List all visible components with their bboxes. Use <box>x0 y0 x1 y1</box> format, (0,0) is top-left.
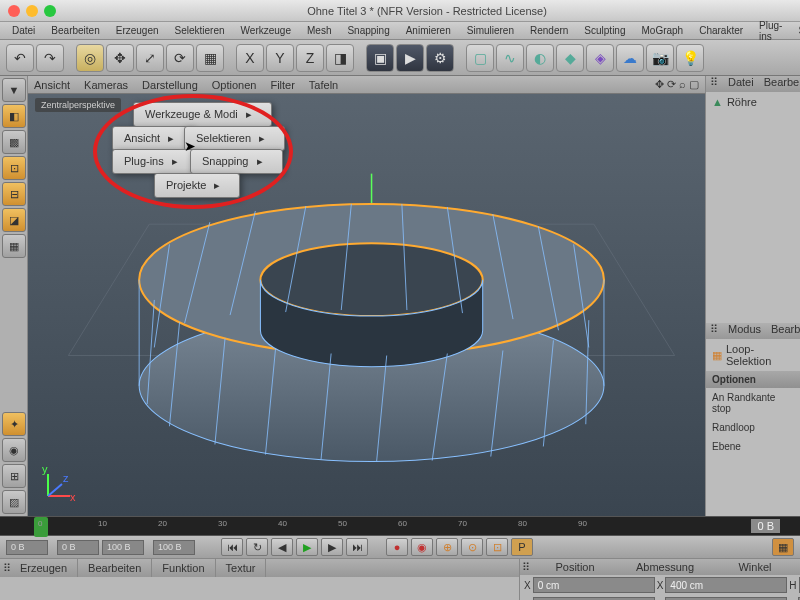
next-frame-button[interactable]: ▶ <box>321 538 343 556</box>
menu-erzeugen[interactable]: Erzeugen <box>108 23 167 38</box>
axis-button[interactable]: ✦ <box>2 412 26 436</box>
texture-mode-button[interactable]: ▦ <box>2 234 26 258</box>
ctx-plugins-item[interactable]: Plug-ins▸ <box>114 151 196 172</box>
mm-tab-erzeugen[interactable]: Erzeugen <box>10 559 78 577</box>
menu-charakter[interactable]: Charakter <box>691 23 751 38</box>
menu-mesh[interactable]: Mesh <box>299 23 339 38</box>
current-frame-field[interactable] <box>57 540 99 555</box>
ctx-selektieren[interactable]: Selektieren▸ <box>184 126 285 151</box>
ctx-projekte[interactable]: Projekte▸ <box>154 173 240 198</box>
timeline-end[interactable]: 0 B <box>751 519 780 533</box>
key-rot-button[interactable]: ⊙ <box>461 538 483 556</box>
viewport-3d[interactable]: y x z Werkzeuge & Modi▸ Ansicht▸ Selekti… <box>28 94 705 516</box>
rp-tab-bearbeiten[interactable]: Bearbeite <box>764 76 800 92</box>
record-key-button[interactable]: ● <box>386 538 408 556</box>
pos-x-field[interactable] <box>533 577 655 593</box>
dim-x-field[interactable] <box>665 577 787 593</box>
ctx-tools[interactable]: Werkzeuge & Modi▸ <box>133 102 272 127</box>
close-window-button[interactable] <box>8 5 20 17</box>
deformer-button[interactable]: ◈ <box>586 44 614 72</box>
vp-ansicht[interactable]: Ansicht <box>34 79 70 91</box>
live-select-button[interactable]: ◎ <box>76 44 104 72</box>
y-axis-button[interactable]: Y <box>266 44 294 72</box>
vp-filter[interactable]: Filter <box>270 79 294 91</box>
workplane-button[interactable]: ▨ <box>2 490 26 514</box>
object-row[interactable]: ▲ Röhre <box>706 92 800 112</box>
menu-selektieren[interactable]: Selektieren <box>167 23 233 38</box>
menu-sculpting[interactable]: Sculpting <box>576 23 633 38</box>
camera-button[interactable]: 📷 <box>646 44 674 72</box>
ctx-selektieren-item[interactable]: Selektieren▸ <box>186 128 283 149</box>
loop-button[interactable]: ↻ <box>246 538 268 556</box>
menu-rendern[interactable]: Rendern <box>522 23 576 38</box>
preview-end-field[interactable] <box>153 540 195 555</box>
attr-tab-bearbeiten[interactable]: Bearbe <box>771 323 800 339</box>
ctx-tools-item[interactable]: Werkzeuge & Modi▸ <box>135 104 270 125</box>
layout-button[interactable]: ▦ <box>772 538 794 556</box>
mm-tab-funktion[interactable]: Funktion <box>152 559 215 577</box>
rp-tab-datei[interactable]: Datei <box>728 76 754 92</box>
render-view-button[interactable]: ▣ <box>366 44 394 72</box>
render-settings-button[interactable]: ⚙ <box>426 44 454 72</box>
vp-nav-icons[interactable]: ✥ ⟳ ⌕ ▢ <box>655 78 699 91</box>
menu-werkzeuge[interactable]: Werkzeuge <box>233 23 299 38</box>
minimize-window-button[interactable] <box>26 5 38 17</box>
environment-button[interactable]: ☁ <box>616 44 644 72</box>
key-scale-button[interactable]: ⊡ <box>486 538 508 556</box>
end-frame-field[interactable] <box>102 540 144 555</box>
model-mode-button[interactable]: ◧ <box>2 104 26 128</box>
autokey-button[interactable]: ◉ <box>411 538 433 556</box>
redo-button[interactable]: ↷ <box>36 44 64 72</box>
menu-datei[interactable]: Datei <box>4 23 43 38</box>
opt-ebene[interactable]: Ebene <box>706 437 800 456</box>
menu-snapping[interactable]: Snapping <box>339 23 397 38</box>
nurbs-button[interactable]: ◐ <box>526 44 554 72</box>
coord-system-button[interactable]: ◨ <box>326 44 354 72</box>
scale-tool-button[interactable]: ⤢ <box>136 44 164 72</box>
maximize-window-button[interactable] <box>44 5 56 17</box>
menu-bearbeiten[interactable]: Bearbeiten <box>43 23 107 38</box>
ctx-snapping[interactable]: Snapping▸ <box>190 149 283 174</box>
generator-button[interactable]: ◆ <box>556 44 584 72</box>
point-mode-button[interactable]: ⊡ <box>2 156 26 180</box>
light-button[interactable]: 💡 <box>676 44 704 72</box>
play-button[interactable]: ▶ <box>296 538 318 556</box>
coord-tab-winkel[interactable]: Winkel <box>710 559 800 575</box>
opt-randloop[interactable]: Randloop <box>706 418 800 437</box>
menu-animieren[interactable]: Animieren <box>398 23 459 38</box>
key-pos-button[interactable]: ⊕ <box>436 538 458 556</box>
cube-primitive-button[interactable]: ▢ <box>466 44 494 72</box>
vp-optionen[interactable]: Optionen <box>212 79 257 91</box>
ctx-ansicht[interactable]: Ansicht▸ <box>112 126 194 151</box>
ctx-ansicht-item[interactable]: Ansicht▸ <box>114 128 192 149</box>
vp-kameras[interactable]: Kameras <box>84 79 128 91</box>
attr-tab-modus[interactable]: Modus <box>728 323 761 339</box>
move-tool-button[interactable]: ✥ <box>106 44 134 72</box>
ctx-snapping-item[interactable]: Snapping▸ <box>192 151 281 172</box>
prev-frame-button[interactable]: ◀ <box>271 538 293 556</box>
timeline[interactable]: 0 10 20 30 40 50 60 70 80 90 0 B <box>0 516 800 536</box>
start-frame-field[interactable] <box>6 540 48 555</box>
mm-tab-textur[interactable]: Textur <box>216 559 267 577</box>
viewport-solo-button[interactable]: ◉ <box>2 438 26 462</box>
z-axis-button[interactable]: Z <box>296 44 324 72</box>
object-mode-button[interactable]: ▩ <box>2 130 26 154</box>
opt-randkante[interactable]: An Randkante stop <box>706 388 800 418</box>
edge-mode-button[interactable]: ⊟ <box>2 182 26 206</box>
spline-button[interactable]: ∿ <box>496 44 524 72</box>
ctx-projekte-item[interactable]: Projekte▸ <box>156 175 238 196</box>
goto-end-button[interactable]: ⏭ <box>346 538 368 556</box>
menu-skript[interactable]: Skript <box>790 23 800 38</box>
coord-tab-abmessung[interactable]: Abmessung <box>620 559 710 575</box>
menu-mograph[interactable]: MoGraph <box>633 23 691 38</box>
last-tool-button[interactable]: ▦ <box>196 44 224 72</box>
menu-simulieren[interactable]: Simulieren <box>459 23 522 38</box>
x-axis-button[interactable]: X <box>236 44 264 72</box>
menu-plugins[interactable]: Plug-ins <box>751 18 790 44</box>
goto-start-button[interactable]: ⏮ <box>221 538 243 556</box>
make-editable-button[interactable]: ▼ <box>2 78 26 102</box>
render-pv-button[interactable]: ▶ <box>396 44 424 72</box>
polygon-mode-button[interactable]: ◪ <box>2 208 26 232</box>
vp-tafeln[interactable]: Tafeln <box>309 79 338 91</box>
coord-tab-position[interactable]: Position <box>530 559 620 575</box>
